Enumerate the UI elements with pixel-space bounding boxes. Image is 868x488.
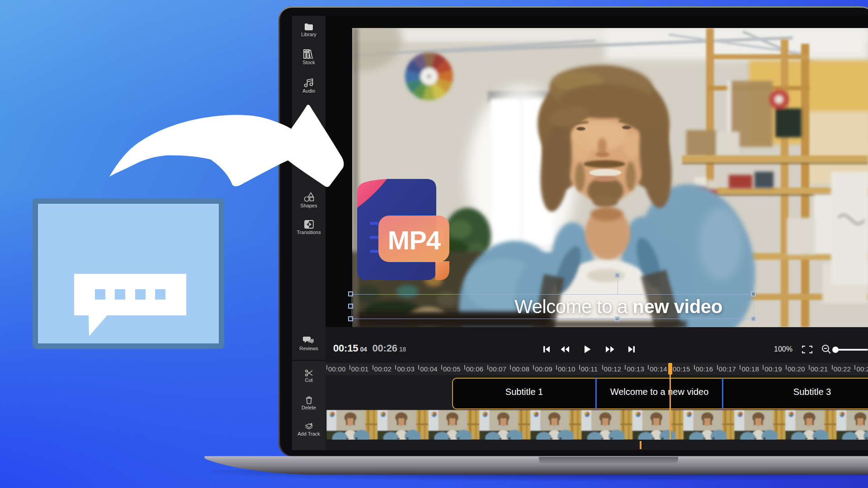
svg-text:MP4: MP4: [388, 225, 441, 255]
